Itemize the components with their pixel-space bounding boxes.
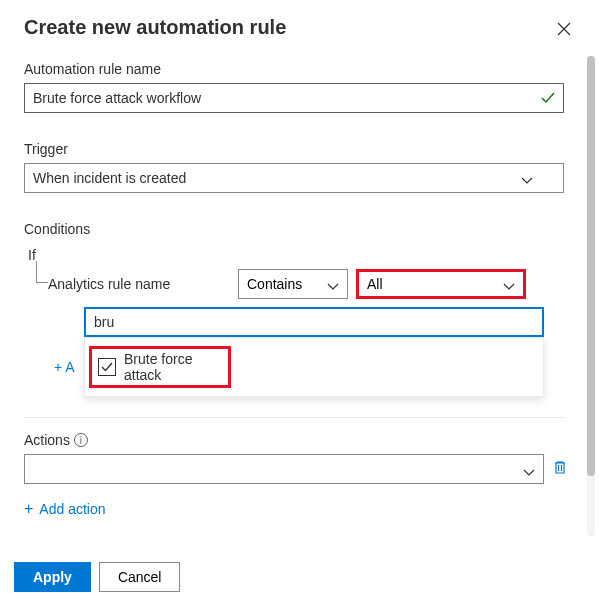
tree-line <box>36 261 48 283</box>
trash-icon[interactable] <box>552 459 568 479</box>
info-icon[interactable]: i <box>74 433 88 447</box>
close-icon <box>557 20 571 40</box>
if-label: If <box>28 247 575 263</box>
dropdown-option[interactable]: Brute force attack <box>89 346 231 388</box>
rule-name-input[interactable] <box>24 83 564 113</box>
add-condition-link[interactable]: + A <box>54 359 75 375</box>
add-condition-label: + A <box>54 359 75 375</box>
condition-search-input[interactable] <box>84 307 544 337</box>
page-title: Create new automation rule <box>24 16 286 39</box>
dropdown-option-label: Brute force attack <box>124 351 222 383</box>
chevron-down-icon <box>503 278 515 290</box>
add-action-label: Add action <box>39 501 105 517</box>
checkbox-icon[interactable] <box>98 358 116 376</box>
chevron-down-icon <box>327 278 339 290</box>
dropdown-panel: Brute force attack <box>84 337 544 397</box>
trigger-label: Trigger <box>24 141 575 157</box>
conditions-title: Conditions <box>24 221 575 237</box>
operator-select[interactable]: Contains <box>238 269 348 299</box>
condition-field-label: Analytics rule name <box>48 276 238 292</box>
rule-name-label: Automation rule name <box>24 61 575 77</box>
operator-value: Contains <box>247 276 302 292</box>
actions-title: Actions <box>24 432 70 448</box>
close-button[interactable] <box>553 16 575 45</box>
trigger-value: When incident is created <box>33 170 186 186</box>
divider <box>24 417 564 418</box>
scope-select[interactable]: All <box>356 269 526 299</box>
trigger-select[interactable]: When incident is created <box>24 163 564 193</box>
apply-button[interactable]: Apply <box>14 562 91 592</box>
action-select[interactable] <box>24 454 544 484</box>
checkmark-icon <box>540 90 556 110</box>
scope-value: All <box>367 276 383 292</box>
plus-icon: + <box>24 500 33 518</box>
add-action-link[interactable]: + Add action <box>24 500 106 518</box>
cancel-button[interactable]: Cancel <box>99 562 181 592</box>
chevron-down-icon <box>523 463 535 475</box>
chevron-down-icon <box>521 172 533 184</box>
